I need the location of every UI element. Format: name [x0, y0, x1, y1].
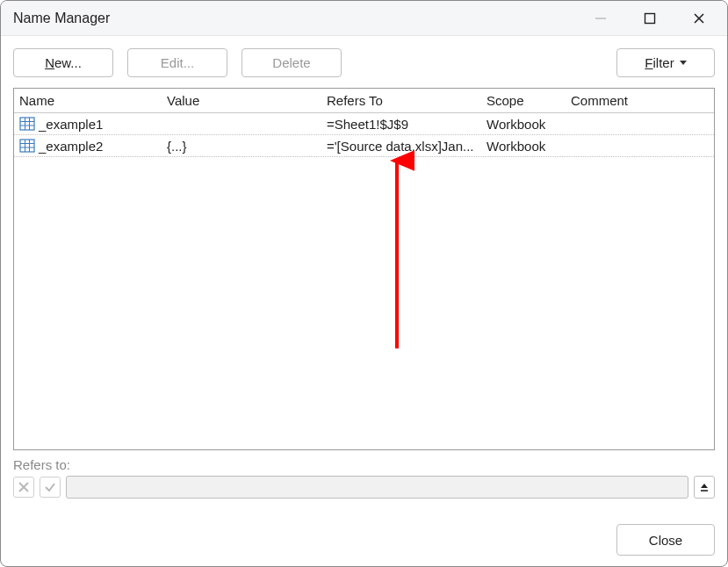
collapse-dialog-icon: [698, 481, 710, 493]
row-scope: Workbook: [481, 117, 566, 132]
edit-button[interactable]: Edit...: [127, 48, 227, 77]
minimize-icon: [595, 12, 607, 25]
close-button[interactable]: Close: [616, 524, 715, 556]
table-row[interactable]: _example2 {...} ='[Source data.xlsx]Jan.…: [14, 135, 714, 157]
row-refers: =Sheet1!$J$9: [321, 117, 481, 132]
annotation-arrow: [379, 147, 414, 357]
row-name: _example2: [39, 139, 103, 154]
x-icon: [18, 481, 30, 493]
close-icon: [693, 12, 705, 25]
titlebar: Name Manager: [1, 1, 727, 36]
header-scope[interactable]: Scope: [481, 89, 566, 112]
accept-edit-button[interactable]: [40, 477, 61, 498]
row-scope: Workbook: [481, 139, 566, 154]
refers-to-row: [1, 472, 727, 499]
row-name: _example1: [39, 117, 103, 132]
svg-rect-4: [20, 118, 34, 130]
list-header: Name Value Refers To Scope Comment: [14, 89, 714, 113]
row-refers: ='[Source data.xlsx]Jan...: [321, 139, 481, 154]
close-window-button[interactable]: [674, 1, 724, 36]
minimize-button[interactable]: [576, 1, 625, 36]
toolbar: New... New... Edit... Delete Filter Filt…: [1, 36, 727, 88]
maximize-icon: [644, 12, 656, 25]
refers-to-label: Refers to:: [1, 450, 727, 472]
filter-button[interactable]: Filter Filter: [616, 48, 715, 77]
table-icon: [19, 138, 35, 154]
names-list: Name Value Refers To Scope Comment _exam: [13, 88, 715, 450]
dialog-footer: Close: [1, 499, 727, 566]
svg-rect-1: [645, 13, 655, 23]
header-refers[interactable]: Refers To: [321, 89, 481, 112]
range-picker-button[interactable]: [694, 476, 715, 499]
chevron-down-icon: [680, 61, 687, 65]
svg-rect-9: [20, 140, 34, 152]
row-value: {...}: [162, 139, 321, 154]
delete-button[interactable]: Delete: [241, 48, 342, 77]
header-comment[interactable]: Comment: [566, 89, 714, 112]
header-value[interactable]: Value: [162, 89, 321, 112]
table-icon: [19, 116, 35, 132]
window-title: Name Manager: [13, 11, 110, 26]
new-button[interactable]: New... New...: [13, 48, 113, 77]
table-row[interactable]: _example1 =Sheet1!$J$9 Workbook: [14, 113, 714, 135]
maximize-button[interactable]: [625, 1, 674, 36]
name-manager-dialog: Name Manager New... New... Edit... Delet…: [0, 0, 728, 567]
header-name[interactable]: Name: [14, 89, 162, 112]
refers-to-input[interactable]: [66, 476, 688, 499]
check-icon: [44, 481, 56, 493]
cancel-edit-button[interactable]: [13, 477, 34, 498]
